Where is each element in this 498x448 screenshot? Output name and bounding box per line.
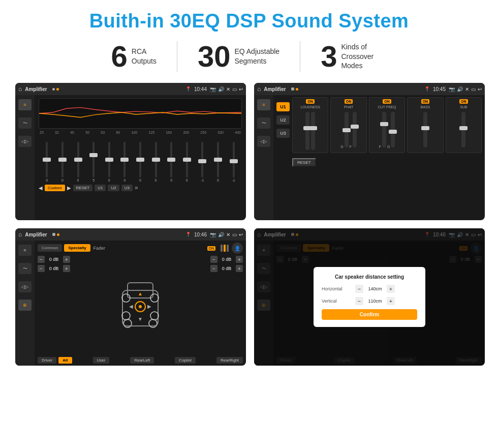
fader-minus-1[interactable]: − <box>38 256 45 263</box>
sidebar-icon-eq[interactable]: ≡ <box>18 99 32 110</box>
home-icon[interactable]: ⌂ <box>18 85 22 93</box>
reset-btn-2[interactable]: RESET <box>292 158 316 167</box>
module-cutfreq: ON CUT FREQ F G <box>369 97 405 153</box>
cutfreq-label: CUT FREQ <box>378 105 396 109</box>
sidebar2-vol[interactable]: ◁▷ <box>257 136 270 147</box>
fader-val-1: 0 dB <box>47 257 61 262</box>
slider-col-6[interactable]: 0 <box>117 136 132 182</box>
home-icon-2[interactable]: ⌂ <box>257 85 261 93</box>
eq-graph <box>39 98 242 129</box>
rearright-btn[interactable]: RearRight <box>216 357 243 364</box>
fader-settings-icon[interactable]: 👤 <box>232 243 243 254</box>
fader-plus-3[interactable]: + <box>236 256 243 263</box>
fader-plus-2[interactable]: + <box>63 265 70 272</box>
slider-col-4[interactable]: 5 <box>86 136 101 182</box>
dot-3b <box>57 233 59 236</box>
rearleft-btn[interactable]: RearLeft <box>130 357 154 364</box>
location-icon-1: 📍 <box>185 86 191 92</box>
sidebar-icon-wave[interactable]: 〜 <box>18 117 32 129</box>
slider-col-1[interactable]: 0 <box>40 136 54 182</box>
fader-minus-3[interactable]: − <box>210 256 217 263</box>
slider-col-2[interactable]: 0 <box>55 136 70 182</box>
sidebar3-active[interactable]: ⊕ <box>18 300 32 311</box>
slider-col-5[interactable]: 0 <box>102 136 116 182</box>
dialog-row-vertical: Vertical − 110cm + <box>322 297 417 305</box>
horizontal-plus[interactable]: + <box>387 285 395 293</box>
horizontal-label: Horizontal <box>322 286 352 291</box>
u3-btn[interactable]: U3 <box>276 129 290 138</box>
slider-col-13[interactable]: -1 <box>226 136 241 182</box>
slider-col-3[interactable]: 0 <box>71 136 85 182</box>
reset-btn-1[interactable]: RESET <box>73 185 93 191</box>
horizontal-minus[interactable]: − <box>355 285 363 293</box>
car-diagram-area: ▲ ▼ ◀ ▶ <box>110 256 171 355</box>
cut-slider-1[interactable] <box>382 112 386 147</box>
custom-btn[interactable]: Custom <box>45 185 65 191</box>
topbar-2: ⌂ Amplifier 📍 10:45 📷 🔊 ✕ ▭ ↩ <box>254 83 485 95</box>
next-arrow[interactable]: ▶ <box>67 185 71 191</box>
sidebar2-wave[interactable]: 〜 <box>257 117 270 129</box>
home-icon-3[interactable]: ⌂ <box>18 231 22 238</box>
on-badge-cut: ON <box>383 99 391 104</box>
vertical-plus[interactable]: + <box>387 297 395 305</box>
module-bass: ON BASS <box>407 97 443 153</box>
tab-specialty[interactable]: Specialty <box>64 244 90 252</box>
dot-sq-3 <box>52 233 55 236</box>
cut-slider-2[interactable] <box>391 112 395 147</box>
slider-col-12[interactable]: 0 <box>211 136 226 182</box>
camera-icon-1: 📷 <box>210 86 216 92</box>
u2-btn[interactable]: U2 <box>276 115 290 125</box>
sidebar3-wave[interactable]: 〜 <box>18 263 32 274</box>
slider-col-10[interactable]: 0 <box>179 136 194 182</box>
sidebar-3: ≡ 〜 ◁▷ ⊕ <box>15 241 35 366</box>
fader-val-2: 0 dB <box>47 266 61 271</box>
module-phat: ON PHAT G F <box>330 97 366 153</box>
module-sub: ON SUB <box>446 97 482 153</box>
camera-icon-2: 📷 <box>449 86 455 92</box>
fader-minus-2[interactable]: − <box>38 265 45 272</box>
topbar-time-3: 10:46 <box>194 232 207 237</box>
sub-slider[interactable] <box>461 112 465 147</box>
prev-arrow[interactable]: ◀ <box>39 185 43 191</box>
copilot-btn[interactable]: Copilot <box>175 357 196 364</box>
sidebar2-eq[interactable]: ≡ <box>257 99 270 110</box>
fader-plus-1[interactable]: + <box>63 256 70 263</box>
vertical-minus[interactable]: − <box>355 297 363 305</box>
stat-number-rca: 6 <box>111 42 128 71</box>
bass-label: BASS <box>421 105 430 109</box>
tab-common[interactable]: Common <box>38 244 62 252</box>
stat-number-eq: 30 <box>198 42 231 71</box>
sidebar3-vol[interactable]: ◁▷ <box>18 281 32 292</box>
all-btn[interactable]: All <box>58 357 72 364</box>
u1-btn-1[interactable]: U1 <box>95 185 106 191</box>
bass-slider[interactable] <box>423 112 427 147</box>
loudness-slider-1[interactable] <box>305 112 309 150</box>
driver-btn[interactable]: Driver <box>38 357 56 364</box>
phat-slider[interactable] <box>345 112 349 147</box>
svg-text:▼: ▼ <box>138 316 143 322</box>
window-icon-3: ▭ <box>232 232 237 237</box>
loudness-slider-2[interactable] <box>311 112 315 150</box>
topbar-1: ⌂ Amplifier 📍 10:44 📷 🔊 ✕ ▭ ↩ <box>15 83 246 95</box>
phat-label: PHAT <box>344 105 353 109</box>
user-btn[interactable]: User <box>93 357 110 364</box>
fader-minus-4[interactable]: − <box>210 265 217 272</box>
fader-label: Fader <box>94 246 204 251</box>
slider-col-9[interactable]: 0 <box>164 136 179 182</box>
fader-plus-4[interactable]: + <box>236 265 243 272</box>
fader-db-row-2: − 0 dB + <box>38 265 107 272</box>
sidebar3-eq[interactable]: ≡ <box>18 245 32 256</box>
u2-btn-1[interactable]: U2 <box>108 185 119 191</box>
fader-body: − 0 dB + − 0 dB + <box>38 256 243 355</box>
slider-col-8[interactable]: 0 <box>148 136 163 182</box>
u3-btn-1[interactable]: U3 <box>121 185 133 191</box>
confirm-button[interactable]: Confirm <box>322 309 417 320</box>
slider-col-7[interactable]: 0 <box>133 136 148 182</box>
volume-icon-3: 🔊 <box>218 232 224 237</box>
u1-btn[interactable]: U1 <box>276 102 290 111</box>
sidebar-icon-vol[interactable]: ◁▷ <box>18 136 32 147</box>
slider-col-11[interactable]: -1 <box>195 136 210 182</box>
fader-val-3: 0 dB <box>220 257 234 262</box>
phat-freq-slider[interactable] <box>353 112 357 147</box>
dialog-title: Car speaker distance setting <box>322 274 417 280</box>
